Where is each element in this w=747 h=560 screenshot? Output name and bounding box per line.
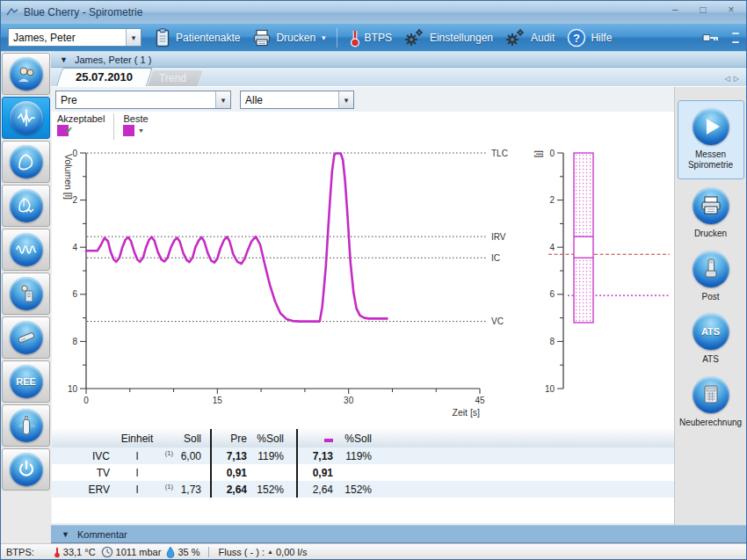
kommentar-bar[interactable]: ▼ Kommentar	[51, 525, 746, 543]
toolbar-overflow-icon[interactable]	[732, 33, 739, 43]
legend-best[interactable]: Beste ▾	[113, 113, 156, 140]
svg-text:[l]: [l]	[534, 150, 545, 157]
btps-label: BTPS	[365, 32, 392, 44]
table-row-tv[interactable]: TVl0,910,91	[52, 464, 678, 481]
hilfe-label: Hilfe	[591, 32, 612, 44]
table-row-erv[interactable]: ERVl(1)1,732,64152%2,64152%	[52, 481, 678, 498]
svg-text:30: 30	[344, 396, 354, 405]
ats-icon: ATS	[693, 313, 729, 350]
chevron-down-icon[interactable]: ▾	[338, 91, 353, 108]
statusbar: BTPS: 33,1 °C 1011 mbar 35 % Fluss ( - )	[1, 543, 746, 559]
spirometry-volume-time-icon	[10, 101, 43, 135]
phase-select[interactable]: Pre ▾	[55, 91, 231, 109]
rail-flow-volume-button[interactable]	[2, 141, 50, 183]
rail-gas-cylinder-button[interactable]: O² CO	[2, 404, 50, 447]
close-button[interactable]: ×	[722, 4, 741, 18]
minimize-button[interactable]: –	[665, 4, 685, 18]
rail-spirometry-button[interactable]	[2, 97, 50, 139]
hilfe-button[interactable]: ? Hilfe	[567, 28, 612, 47]
titlebar: Blue Cherry - Spirometrie – □ ×	[1, 1, 746, 24]
rail-patients-button[interactable]	[2, 53, 50, 95]
svg-text:0: 0	[549, 149, 555, 158]
app-window: Blue Cherry - Spirometrie – □ × James, P…	[0, 0, 747, 560]
einstellungen-button[interactable]: Einstellungen	[404, 28, 493, 47]
drucken-label: Drucken	[276, 32, 315, 44]
app-logo-icon	[6, 7, 18, 18]
tab-date[interactable]: 25.07.2010	[56, 68, 147, 86]
table-header-row: EinheitSollPre%Soll%Soll	[52, 429, 678, 447]
btps-status-label: BTPS:	[6, 547, 34, 557]
collapse-triangle-icon[interactable]: ▼	[60, 55, 68, 64]
table-row-ivc[interactable]: IVCl(1)6,007,13119%7,13119%	[52, 447, 678, 464]
audit-label: Audit	[531, 32, 555, 44]
probe-icon	[10, 321, 43, 354]
logout-key-icon[interactable]	[702, 32, 720, 44]
svg-text:2: 2	[549, 195, 555, 205]
tab-scroll-left-icon[interactable]: ◁	[725, 75, 730, 83]
flow-volume-loop2-icon	[10, 189, 43, 222]
ree-icon: REE	[10, 365, 43, 398]
btps-button[interactable]: BTPS	[350, 28, 392, 47]
toolbar-divider	[337, 28, 337, 47]
tab-trend[interactable]: Trend	[147, 69, 199, 86]
patient-header[interactable]: ▼ James, Peter ( 1 )	[51, 52, 746, 68]
action-panel: Messen Spirometrie Drucken	[674, 87, 746, 525]
rail-sensor-button[interactable]	[2, 316, 50, 359]
humidity-value: 35 %	[178, 547, 199, 557]
tab-scroll-right-icon[interactable]: ▷	[734, 75, 739, 83]
flow-value: 0,00 l/s	[276, 547, 307, 557]
neuberechnung-button[interactable]: Neuberechnung	[678, 376, 744, 428]
gas-cylinder-icon: O² CO	[10, 409, 43, 442]
statusbar-divider	[208, 547, 209, 557]
rail-flow-volume-post-button[interactable]	[2, 185, 50, 227]
printer-icon	[252, 29, 272, 47]
svg-text:45: 45	[475, 396, 485, 405]
volume-time-chart: 02468100153045Zeit [s]Volumen [l]TLCIRVI…	[54, 140, 521, 426]
gears-icon	[404, 28, 425, 47]
tab-bar: 25.07.2010 Trend ◁ ▷	[51, 68, 746, 87]
svg-text:10: 10	[545, 384, 555, 394]
drucken-action-button[interactable]: Drucken	[678, 187, 744, 239]
temperature-value: 33,1 °C	[63, 547, 96, 557]
chevron-down-icon[interactable]: ▾	[215, 91, 230, 108]
rail-ree-button[interactable]: REE	[2, 360, 50, 403]
collapse-triangle-icon[interactable]: ▼	[62, 530, 69, 539]
barometer-icon	[101, 546, 113, 558]
patient-select[interactable]: James, Peter ▾	[8, 28, 141, 47]
svg-text:CO: CO	[31, 424, 35, 428]
chevron-down-icon[interactable]: ▾	[322, 33, 326, 42]
svg-text:IC: IC	[491, 253, 500, 263]
einstellungen-label: Einstellungen	[430, 32, 493, 44]
audit-button[interactable]: Audit	[505, 28, 555, 47]
post-button[interactable]: Post	[678, 251, 744, 302]
restore-button[interactable]: □	[693, 4, 713, 18]
trial-select[interactable]: Alle ▾	[240, 91, 354, 109]
svg-text:4: 4	[549, 243, 555, 252]
oscillation-waves-icon	[10, 233, 43, 266]
module-rail: REE O² CO	[1, 52, 51, 543]
calculator-icon	[693, 376, 729, 413]
best-color-swatch	[123, 125, 134, 136]
svg-text:6: 6	[549, 289, 555, 299]
patientenakte-button[interactable]: Patientenakte	[154, 28, 240, 47]
svg-text:4: 4	[72, 243, 77, 252]
svg-text:O²: O²	[18, 424, 23, 428]
rail-bodyplethysmography-button[interactable]	[2, 273, 50, 315]
svg-text:8: 8	[549, 337, 555, 346]
patient-device-icon	[10, 277, 43, 310]
humidity-drop-icon	[166, 546, 175, 558]
drucken-button[interactable]: Drucken ▾	[252, 29, 325, 47]
svg-text:Volumen [l]: Volumen [l]	[63, 154, 74, 200]
rail-oscillation-button[interactable]	[2, 229, 50, 271]
legend-acceptable[interactable]: Akzeptabel ✓	[55, 113, 113, 140]
ats-button[interactable]: ATS ATS	[678, 313, 744, 365]
svg-text:?: ?	[573, 31, 580, 44]
spirometry-trace	[86, 154, 388, 322]
patient-header-label: James, Peter ( 1 )	[75, 55, 151, 65]
clipboard-icon	[154, 28, 171, 47]
chevron-down-icon[interactable]: ▾	[126, 29, 141, 46]
rail-power-button[interactable]	[2, 448, 50, 491]
chevron-down-icon[interactable]: ▾	[139, 127, 142, 135]
fluss-label: Fluss ( - ) :	[218, 547, 265, 557]
messen-spirometrie-button[interactable]: Messen Spirometrie	[678, 100, 744, 179]
